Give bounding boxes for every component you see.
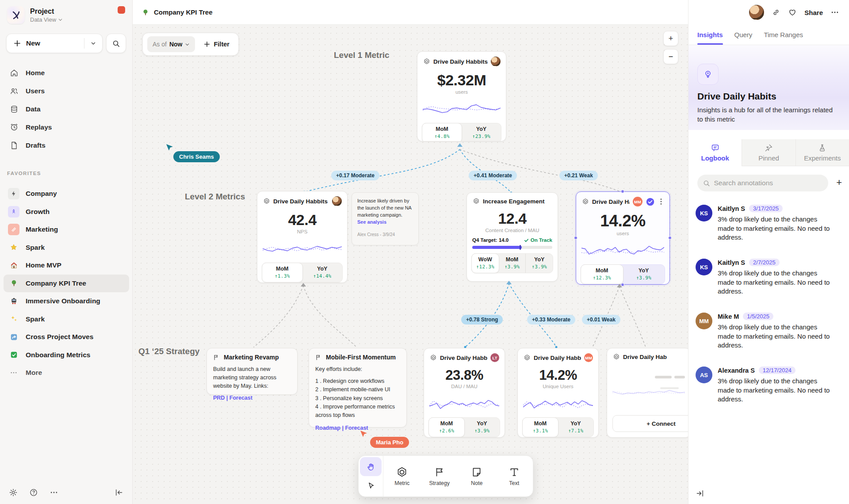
strategy-note-mobile-first[interactable]: Mobile-First Momentum Key efforts includ… (309, 348, 407, 428)
subtab-logbook[interactable]: Logbook (688, 139, 742, 166)
sidebar-item-home[interactable]: Home (4, 64, 129, 82)
annotation-search[interactable] (697, 175, 828, 191)
annotation-item[interactable]: KS Kaitlyn S2/7/2025 3% drop likely due … (696, 259, 842, 296)
stat-mom[interactable]: MoM↑4.8% (422, 123, 462, 141)
sidebar-nav: Home Users Data Replays Drafts (4, 64, 129, 154)
help-icon[interactable] (29, 488, 38, 497)
connect-button[interactable]: + Connect (612, 415, 688, 432)
placeholder-sparkline (612, 380, 685, 402)
see-analysis-link[interactable]: See analysis (357, 219, 386, 225)
share-button[interactable]: Share (804, 9, 823, 16)
metric-card-q1d[interactable]: Drive Daily Habbits MM 14.2% Unique User… (517, 348, 599, 438)
annotation-item[interactable]: KS Kaitlyn S3/17/2025 3% drop likely due… (696, 205, 842, 242)
metric-card-q1c[interactable]: Drive Daily Habbits LT 23.8% DAU / MAU M… (424, 348, 505, 438)
more-dots-icon[interactable] (50, 488, 58, 497)
filter-button[interactable]: Filter (199, 41, 233, 48)
collapse-triangle[interactable] (457, 143, 463, 147)
sidebar-item-company-kpi-tree[interactable]: Company KPI Tree (4, 275, 129, 293)
edge-label: +0.41 Moderate (469, 171, 517, 180)
sidebar-item-spark[interactable]: Spark (4, 239, 129, 257)
sidebar-item-home-mvp[interactable]: Home MVP (4, 256, 129, 275)
collapse-sidebar-icon[interactable] (115, 488, 123, 497)
stat-yoy[interactable]: YoY↑3.9% (525, 254, 553, 273)
copy-link-icon[interactable] (772, 8, 780, 17)
metric-card-l1[interactable]: Drive Daily Habbits $2.32M users MoM↑4.8… (417, 51, 506, 141)
metric-card-l2b[interactable]: Increase Engagement 12.4 Content Creatio… (467, 192, 558, 282)
selection-handle[interactable] (574, 236, 577, 240)
tool-text[interactable]: Text (496, 456, 533, 496)
add-annotation-button[interactable]: + (836, 177, 842, 188)
tool-note[interactable]: Note (458, 456, 496, 496)
sidebar-item-company[interactable]: Company (4, 185, 129, 203)
favorite-heart-icon[interactable] (788, 8, 797, 17)
subtab-experiments[interactable]: Experiments (795, 139, 849, 166)
avatar: KS (696, 259, 712, 275)
selection-handle[interactable] (621, 190, 624, 193)
stat-mom[interactable]: MoM↑12.3% (581, 264, 623, 284)
sidebar-item-drafts[interactable]: Drafts (4, 136, 129, 154)
strategy-note-marketing-revamp[interactable]: Marketing Revamp Build and launch a new … (207, 348, 298, 395)
stat-wow[interactable]: WoW↑12.3% (471, 253, 499, 273)
annotation-item[interactable]: MM Mike M1/5/2025 3% drop likely due to … (696, 313, 842, 350)
house-icon (8, 260, 19, 271)
sidebar-item-growth[interactable]: Growth (4, 203, 129, 221)
tab-insights[interactable]: Insights (697, 25, 723, 45)
sidebar-item-onboarding-metrics[interactable]: Onboarding Metrics (4, 346, 129, 364)
data-view-switcher[interactable]: Data View (30, 16, 63, 23)
database-icon (10, 105, 19, 114)
sidebar-item-data[interactable]: Data (4, 100, 129, 118)
sidebar-item-marketing[interactable]: Marketing (4, 221, 129, 239)
collapse-triangle[interactable] (506, 281, 512, 284)
as-of-dropdown[interactable]: As of Now (147, 36, 195, 52)
overflow-menu-icon[interactable] (830, 8, 839, 17)
collapse-panel-icon[interactable] (696, 489, 704, 498)
stat-mom[interactable]: MoM↑2.6% (428, 417, 465, 437)
canvas-note[interactable]: Increase likely driven by the launch of … (352, 192, 419, 245)
metric-card-empty-connect[interactable]: Drive Daily Hab + Connect (607, 348, 688, 438)
kpi-canvas[interactable]: As of Now Filter + − Level 1 Metric Leve… (133, 25, 688, 504)
annotation-item[interactable]: AS Alexandra S12/17/2024 3% drop likely … (696, 367, 842, 404)
tab-query[interactable]: Query (734, 25, 753, 45)
sidebar-item-more[interactable]: More (4, 364, 129, 382)
stat-yoy[interactable]: YoY↑3.9% (464, 418, 500, 437)
tool-strategy[interactable]: Strategy (421, 456, 459, 496)
tool-metric[interactable]: Metric (383, 456, 421, 496)
stat-chips: WoW↑12.3% MoM↑3.9% YoY↑3.9% (471, 253, 553, 273)
hand-tool-button[interactable] (360, 457, 382, 476)
app: Project Data View New Home (0, 0, 849, 504)
stat-yoy[interactable]: YoY↑3.9% (623, 265, 665, 284)
settings-gear-icon[interactable] (9, 488, 18, 497)
select-tool-button[interactable] (360, 476, 382, 495)
zoom-in-button[interactable]: + (663, 31, 678, 46)
collapse-triangle[interactable] (301, 283, 306, 286)
sidebar-item-immersive-onboarding[interactable]: Immersive Onboarding (4, 292, 129, 310)
users-icon (10, 87, 19, 95)
workspace-logo[interactable] (7, 6, 25, 24)
hexagon-metric-icon (430, 354, 437, 361)
kebab-menu-icon[interactable] (658, 198, 664, 205)
selection-handle[interactable] (621, 283, 624, 286)
sidebar-item-spark-2[interactable]: Spark (4, 310, 129, 328)
stat-yoy[interactable]: YoY↑7.1% (558, 418, 593, 437)
new-button[interactable]: New (6, 34, 103, 53)
stat-mom[interactable]: MoM↑1.3% (262, 263, 303, 283)
stat-mom[interactable]: MoM↑3.1% (522, 417, 558, 437)
stat-yoy[interactable]: YoY↑23.9% (462, 123, 501, 141)
stat-mom[interactable]: MoM↑3.9% (499, 254, 526, 273)
avatar (491, 57, 501, 66)
metric-card-l2c-selected[interactable]: Drive Daily Habb.. MM 14.2% users MoM↑12… (576, 191, 670, 285)
selection-handle[interactable] (668, 236, 672, 240)
sidebar-item-users[interactable]: Users (4, 82, 129, 100)
metric-card-l2a[interactable]: Drive Daily Habbits 42.4 NPS MoM↑1.3% Yo… (257, 191, 348, 283)
stat-yoy[interactable]: YoY↑14.4% (302, 263, 343, 282)
user-avatar[interactable] (749, 5, 764, 20)
zoom-out-button[interactable]: − (663, 49, 678, 64)
prd-forecast-links[interactable]: PRD | Forecast (213, 395, 252, 401)
sidebar-search-button[interactable] (106, 34, 126, 53)
new-dropdown-chevron[interactable] (84, 41, 102, 46)
sidebar-item-cross-project-moves[interactable]: Cross Project Moves (4, 328, 129, 346)
subtab-pinned[interactable]: Pinned (742, 139, 795, 166)
annotation-search-input[interactable] (714, 179, 822, 187)
tab-time-ranges[interactable]: Time Ranges (764, 25, 803, 45)
sidebar-item-replays[interactable]: Replays (4, 118, 129, 136)
